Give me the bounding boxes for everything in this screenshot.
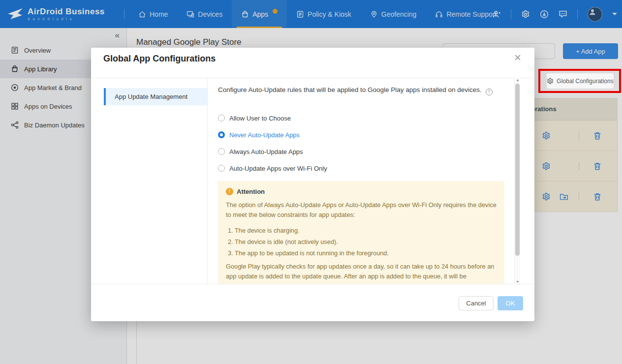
apps-notification-badge	[273, 9, 278, 14]
attention-title: Attention	[237, 188, 265, 195]
overview-doc-icon	[11, 46, 19, 54]
list-item: 2. The device is idle (not actively used…	[226, 236, 497, 247]
devices-icon	[187, 10, 194, 18]
nav-item-devices[interactable]: Devices	[177, 0, 232, 28]
modal-footer-divider	[91, 284, 534, 284]
attention-constraints-list: 1. The device is charging. 2. The device…	[226, 225, 497, 259]
row-config-gear-icon[interactable]	[542, 131, 551, 140]
download-icon[interactable]	[540, 10, 549, 19]
attention-outro: Google Play typically checks for app upd…	[226, 262, 497, 284]
brand-title: AirDroid Business	[28, 7, 105, 16]
sidebar-item-label: Apps on Devices	[24, 103, 72, 110]
sidebar-item-label: Overview	[24, 47, 51, 54]
help-icon[interactable]: ?	[486, 89, 493, 95]
scrollbar-thumb[interactable]	[515, 84, 520, 256]
nav-item-label: Policy & Kiosk	[308, 10, 351, 18]
row-config-gear-icon[interactable]	[542, 192, 551, 201]
radio-auto-update-wifi-only[interactable]: Auto-Update Apps over Wi-Fi Only	[218, 163, 327, 173]
modal-scrollbar[interactable]: ▲ ▼	[514, 78, 520, 284]
scrollbar-down-arrow-icon[interactable]: ▼	[515, 280, 521, 283]
global-configurations-label: Global Configurations	[557, 78, 613, 85]
modal-title: Global App Configurations	[103, 54, 216, 64]
radio-label: Always Auto-Update Apps	[229, 148, 303, 155]
nav-item-label: Devices	[198, 10, 222, 18]
app-library-bag-icon	[11, 65, 19, 73]
policy-kiosk-icon	[296, 10, 304, 18]
radio-circle-icon	[218, 115, 225, 121]
brand-subtitle: S a n d S t u d i o	[28, 17, 105, 21]
modal-scroll-area: Configure Auto-Update rules that will be…	[208, 78, 507, 284]
ok-button[interactable]: OK	[498, 296, 523, 310]
table-right-border	[617, 98, 618, 212]
apps-icon	[241, 10, 249, 18]
chevron-down-icon[interactable]	[612, 13, 617, 15]
geofencing-icon	[370, 10, 378, 18]
radio-allow-user-to-choose[interactable]: Allow User to Choose	[218, 113, 291, 123]
sidebar-item-label: App Market & Brand	[24, 84, 82, 91]
user-avatar[interactable]	[588, 7, 602, 22]
nav-divider	[124, 9, 124, 19]
radio-label: Allow User to Choose	[229, 115, 291, 122]
description-text: Configure Auto-Update rules that will be…	[218, 86, 482, 93]
auto-update-description: Configure Auto-Update rules that will be…	[218, 85, 496, 95]
gear-icon	[547, 78, 554, 85]
brand-text-group: AirDroid Business S a n d S t u d i o	[28, 7, 105, 21]
warning-icon: !	[226, 188, 233, 195]
attention-intro: The option of Always Auto-Update Apps or…	[226, 200, 497, 220]
scrollbar-up-arrow-icon[interactable]: ▲	[515, 78, 521, 82]
settings-gear-icon[interactable]	[521, 10, 530, 19]
attention-title-row: ! Attention	[226, 188, 497, 195]
radio-label: Never Auto-Update Apps	[229, 131, 300, 139]
close-icon[interactable]: ×	[514, 52, 521, 63]
nav-item-geofencing[interactable]: Geofencing	[361, 0, 426, 28]
topbar-divider	[577, 9, 578, 19]
app-market-star-icon	[11, 84, 19, 91]
airdroid-logo-icon	[7, 7, 24, 21]
row-icon-divider	[579, 132, 579, 140]
sidebar-item-label: Biz Daemon Updates	[24, 121, 85, 129]
share-network-icon	[11, 121, 19, 129]
row-delete-trash-icon[interactable]	[593, 192, 602, 201]
list-item: 3. The app to be updated is not running …	[226, 247, 497, 259]
add-member-icon[interactable]	[492, 10, 501, 19]
radio-circle-selected-icon	[218, 131, 225, 138]
row-delete-trash-icon[interactable]	[593, 162, 602, 171]
row-icon-divider	[579, 193, 579, 201]
global-configurations-button[interactable]: Global Configurations	[546, 73, 614, 89]
radio-circle-icon	[218, 148, 225, 155]
main-nav: Home Devices Apps Policy & Kiosk Geofenc…	[129, 0, 506, 28]
row-icon-divider	[579, 162, 579, 170]
radio-circle-icon	[218, 165, 225, 172]
radio-label: Auto-Update Apps over Wi-Fi Only	[229, 165, 327, 172]
topbar-actions	[492, 0, 617, 28]
home-icon	[138, 10, 146, 18]
sidebar-item-label: App Library	[24, 65, 57, 73]
cancel-button[interactable]: Cancel	[459, 296, 494, 310]
radio-never-auto-update[interactable]: Never Auto-Update Apps	[218, 130, 300, 140]
list-item: 1. The device is charging.	[226, 225, 497, 236]
remote-support-icon	[435, 10, 443, 18]
apps-grid-icon	[11, 102, 19, 110]
row-config-gear-icon[interactable]	[542, 162, 551, 171]
brand-logo[interactable]: AirDroid Business S a n d S t u d i o	[7, 7, 105, 21]
feedback-chat-icon[interactable]	[559, 10, 567, 19]
top-navigation-bar: AirDroid Business S a n d S t u d i o Ho…	[0, 0, 622, 28]
person-icon	[588, 7, 597, 16]
nav-item-home[interactable]: Home	[129, 0, 177, 28]
nav-item-policy-kiosk[interactable]: Policy & Kiosk	[287, 0, 361, 28]
topbar-divider	[511, 9, 511, 19]
attention-warning-box: ! Attention The option of Always Auto-Up…	[218, 181, 504, 284]
nav-item-label: Home	[150, 10, 168, 18]
row-move-folder-icon[interactable]	[560, 192, 568, 201]
nav-item-label: Geofencing	[381, 10, 417, 18]
nav-item-label: Apps	[252, 10, 268, 18]
sidebar-collapse-icon[interactable]: «	[115, 30, 120, 40]
tab-app-update-management[interactable]: App Update Management	[104, 88, 207, 105]
radio-always-auto-update[interactable]: Always Auto-Update Apps	[218, 147, 303, 156]
add-app-button[interactable]: + Add App	[563, 43, 618, 59]
global-app-configurations-modal: Global App Configurations × App Update M…	[91, 48, 534, 321]
row-delete-trash-icon[interactable]	[593, 131, 602, 140]
nav-item-apps[interactable]: Apps	[232, 0, 287, 28]
nav-item-label: Remote Support	[446, 10, 497, 18]
page-title: Managed Google Play Store	[136, 37, 242, 47]
